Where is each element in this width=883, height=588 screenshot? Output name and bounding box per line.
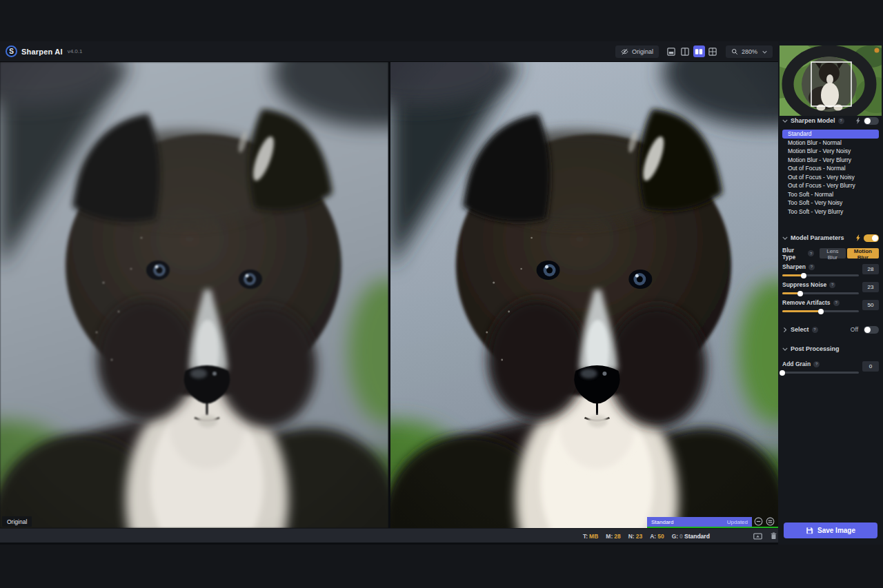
blur-type-label: Blur Type: [782, 247, 805, 261]
export-preview-icon[interactable]: [753, 533, 762, 540]
help-icon[interactable]: ?: [808, 250, 814, 256]
blur-type-option-lens-blur[interactable]: Lens Blur: [820, 248, 846, 258]
app-title: Sharpen AI: [21, 48, 63, 56]
app-logo-icon: S: [6, 45, 17, 57]
slider-knob[interactable]: [818, 309, 824, 314]
status-model-label: Standard: [684, 529, 710, 543]
model-parameter-sliders: Sharpen?28Suppress Noise?23Remove Artifa…: [778, 263, 883, 312]
help-icon[interactable]: ?: [812, 327, 818, 333]
auto-bolt-icon: [856, 117, 861, 124]
model-option-standard[interactable]: Standard: [782, 130, 879, 139]
save-image-label: Save Image: [817, 527, 855, 534]
model-option-motion-blur-very-noisy[interactable]: Motion Blur - Very Noisy: [782, 147, 879, 156]
stat-g: G:0: [672, 533, 683, 540]
slider-row-sharpen: Sharpen?28: [782, 263, 879, 276]
help-icon[interactable]: ?: [808, 264, 815, 270]
four-up-view-icon[interactable]: [707, 45, 719, 57]
side-by-side-view-icon[interactable]: [693, 45, 705, 57]
stat-t: T:MB: [583, 533, 598, 540]
model-option-out-of-focus-very-blurry[interactable]: Out of Focus - Very Blurry: [782, 181, 879, 190]
app-window: S Sharpen AI v4.0.1 Original: [0, 41, 883, 545]
slider-knob[interactable]: [797, 291, 803, 296]
model-parameters-header: Model Parameters: [782, 233, 879, 243]
blur-type-buttons: Lens BlurMotion Blur: [820, 248, 879, 258]
original-image-label: Original: [2, 516, 32, 527]
model-option-motion-blur-very-blurry[interactable]: Motion Blur - Very Blurry: [782, 156, 879, 165]
right-sidebar: Sharpen Model ? StandardMotion Blur - No…: [778, 41, 883, 545]
save-icon: [806, 527, 813, 534]
post-processing-sliders: Add Grain?0: [778, 361, 883, 374]
model-option-too-soft-very-blurry[interactable]: Too Soft - Very Blurry: [782, 207, 879, 216]
comparison-model-label: Standard: [651, 519, 673, 525]
slider-track-remove-artifacts[interactable]: [782, 310, 859, 312]
single-line-circle-icon[interactable]: [754, 517, 763, 526]
header-controls: Original 280%: [615, 45, 773, 58]
stat-n: N:23: [628, 533, 642, 540]
model-parameters-title: Model Parameters: [791, 234, 844, 241]
single-view-icon[interactable]: [666, 45, 677, 57]
save-image-button[interactable]: Save Image: [784, 523, 877, 538]
slider-row-add-grain: Add Grain?0: [782, 361, 879, 374]
sharpen-model-list: StandardMotion Blur - NormalMotion Blur …: [782, 130, 879, 216]
blur-type-option-motion-blur[interactable]: Motion Blur: [847, 248, 879, 258]
comparison-status-label: Updated: [727, 519, 748, 525]
select-header: Select ? Off: [782, 325, 879, 334]
help-icon[interactable]: ?: [838, 118, 844, 124]
chevron-right-icon[interactable]: [784, 327, 787, 332]
original-image-pane[interactable]: Original: [0, 62, 388, 528]
zoom-level-value: 280%: [742, 48, 757, 55]
chevron-down-icon[interactable]: [782, 347, 788, 351]
slider-label: Remove Artifacts: [782, 299, 831, 306]
sharpen-model-title: Sharpen Model: [791, 117, 835, 124]
model-option-out-of-focus-normal[interactable]: Out of Focus - Normal: [782, 164, 879, 173]
sharpen-model-auto-toggle[interactable]: [864, 117, 879, 125]
help-icon[interactable]: ?: [813, 361, 820, 367]
model-option-out-of-focus-very-noisy[interactable]: Out of Focus - Very Noisy: [782, 173, 879, 182]
help-icon[interactable]: ?: [833, 300, 840, 306]
comparison-controls: [754, 517, 775, 526]
stat-a: A:50: [650, 533, 664, 540]
slider-value-suppress-noise: 23: [862, 282, 879, 292]
post-processing-title: Post Processing: [791, 345, 840, 352]
model-option-motion-blur-normal[interactable]: Motion Blur - Normal: [782, 139, 879, 148]
slider-knob[interactable]: [780, 370, 785, 376]
navigator-preview-image: [780, 45, 882, 116]
model-parameters-auto-toggle[interactable]: [864, 234, 879, 242]
navigator-thumbnail[interactable]: [780, 45, 882, 116]
stat-m: M:28: [606, 533, 620, 540]
slider-value-remove-artifacts: 50: [862, 300, 879, 310]
slider-row-suppress-noise: Suppress Noise?23: [782, 281, 879, 294]
slider-track-add-grain[interactable]: [782, 372, 859, 374]
app-version: v4.0.1: [68, 48, 83, 54]
auto-bolt-icon: [856, 234, 861, 241]
slider-track-suppress-noise[interactable]: [782, 292, 859, 294]
comparison-bar: Standard Updated: [647, 517, 752, 527]
select-state-label: Off: [851, 326, 858, 333]
slider-knob[interactable]: [801, 273, 806, 278]
select-title: Select: [791, 326, 809, 333]
split-view-icon[interactable]: [679, 45, 691, 57]
model-option-too-soft-very-noisy[interactable]: Too Soft - Very Noisy: [782, 199, 879, 207]
help-icon[interactable]: ?: [829, 282, 835, 288]
chevron-down-icon[interactable]: [782, 236, 788, 240]
post-processing-header: Post Processing: [782, 344, 879, 354]
select-toggle[interactable]: [864, 326, 879, 334]
zoom-control[interactable]: 280%: [726, 45, 773, 58]
magnifier-icon: [731, 48, 738, 55]
slider-row-remove-artifacts: Remove Artifacts?50: [782, 299, 879, 312]
double-line-circle-icon[interactable]: [766, 517, 775, 526]
eye-off-icon: [621, 48, 628, 55]
trash-icon[interactable]: [771, 532, 777, 540]
status-bar: T:MBM:28N:23A:50G:0 Standard: [0, 528, 778, 543]
view-original-button[interactable]: Original: [615, 45, 659, 58]
slider-label: Suppress Noise: [782, 281, 826, 288]
status-bar-icons: [753, 529, 777, 543]
model-option-too-soft-normal[interactable]: Too Soft - Normal: [782, 190, 879, 199]
slider-label: Add Grain: [782, 361, 811, 367]
processed-image-pane[interactable]: Standard Updated: [390, 62, 778, 528]
chevron-down-icon[interactable]: [782, 119, 788, 123]
view-original-label: Original: [632, 48, 653, 55]
image-canvas: Original Standard Updated: [0, 62, 778, 528]
slider-track-sharpen[interactable]: [782, 274, 859, 276]
app-brand: S Sharpen AI v4.0.1: [6, 45, 82, 57]
